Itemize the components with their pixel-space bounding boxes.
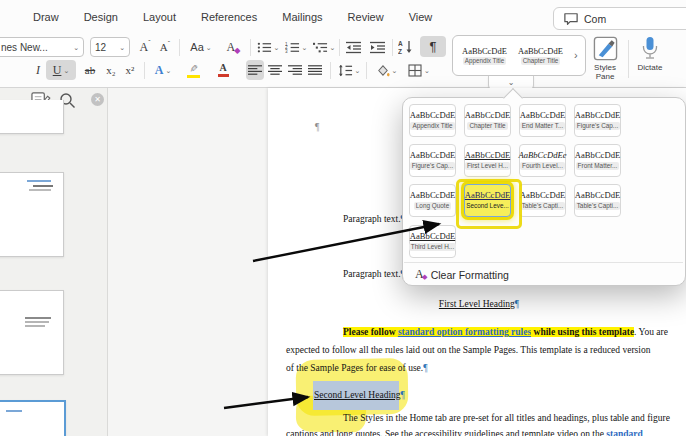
font-color-button[interactable]: A (210, 60, 236, 80)
style-item-end-matter[interactable]: AaBbCcDdEEnd Matter T... (519, 104, 566, 137)
thumbnail-text-line (27, 180, 51, 182)
caret-up-icon: ˆ (148, 39, 150, 46)
tab-design[interactable]: Design (84, 11, 118, 23)
page-thumbnail[interactable] (0, 172, 64, 257)
close-pane-button[interactable]: ✕ (91, 93, 104, 106)
grow-font-button[interactable]: A ˆ (136, 37, 154, 57)
multilevel-list-button[interactable]: ⌄ (312, 37, 336, 57)
tab-review[interactable]: Review (348, 11, 384, 23)
chevron-down-icon: ⌄ (73, 44, 79, 51)
style-item-chapter-title[interactable]: AaBbCcDdEChapter Title (464, 104, 511, 137)
body2-line-2: captions and long quotes. See the access… (286, 428, 643, 436)
svg-text:3: 3 (285, 49, 288, 54)
underline-button[interactable]: U ⌄ (46, 60, 76, 80)
style-item-figures-caption-2[interactable]: AaBbCcDdEFigure's Cap... (409, 144, 456, 177)
divider (330, 62, 331, 79)
decrease-indent-icon (346, 41, 362, 54)
line-spacing-icon (338, 64, 353, 77)
divider (392, 39, 393, 56)
style-item-first-level-heading[interactable]: AaBbCcDdEFirst Level H... (464, 144, 511, 177)
body-sentence-line-2: expected to follow all the rules laid ou… (286, 344, 650, 356)
divider (250, 39, 251, 56)
align-center-button[interactable] (266, 60, 284, 80)
formatting-rules-link[interactable]: standard option formatting rules (398, 327, 531, 337)
page-thumbnail-selected[interactable] (0, 400, 66, 436)
standard-link[interactable]: standard (606, 429, 642, 436)
style-item-second-level-heading[interactable]: AaBbCcDdESecond Leve... (464, 184, 511, 217)
numbered-list-icon: 123 (285, 41, 300, 54)
style-label: Chapter Title (521, 57, 561, 65)
pilcrow-glyph: ¶ (430, 39, 437, 54)
style-item-tables-caption[interactable]: AaBbCcDdETable's Capti... (519, 184, 566, 217)
style-card-chapter-title[interactable]: AaBbCcDdE Chapter Title (515, 40, 566, 72)
page-thumbnail[interactable] (0, 100, 64, 134)
text-effects-button[interactable]: A ⌄ (150, 60, 176, 80)
eraser-icon: ◆ (234, 46, 240, 55)
gallery-scroll-icon[interactable]: › (574, 49, 578, 61)
pilcrow-mark: ¶ (401, 390, 405, 400)
style-item-fourth-level-heading[interactable]: AaBbCcDdEeFourth Level... (519, 144, 566, 177)
align-justify-button[interactable] (306, 60, 324, 80)
chevron-down-icon: ⌄ (424, 67, 430, 74)
tab-references[interactable]: References (201, 11, 257, 23)
increase-indent-button[interactable] (368, 37, 388, 57)
superscript-glyph: x² (126, 64, 135, 76)
chevron-down-icon: ⌄ (508, 79, 515, 87)
thumbnail-text-line (25, 325, 45, 327)
document-canvas-gutter (108, 88, 268, 436)
thumbnail-text-line (29, 189, 51, 191)
line-spacing-button[interactable]: ⌄ (336, 60, 362, 80)
tab-view[interactable]: View (409, 11, 433, 23)
dictate-button[interactable]: Dictate (632, 36, 668, 82)
page-thumbnail[interactable] (0, 290, 64, 375)
first-level-heading: First Level Heading¶ (286, 298, 672, 310)
grow-font-glyph: A (139, 40, 148, 55)
subscript-button[interactable]: x₂ (103, 60, 119, 80)
style-item-front-matter[interactable]: AaBbCcDdEFront Matter... (574, 144, 621, 177)
show-formatting-marks-toggle[interactable]: ¶ (420, 36, 446, 57)
clear-formatting-button[interactable]: A ◆ (224, 37, 244, 57)
style-sample: AaBbCcDdE (518, 47, 563, 56)
microphone-icon (640, 36, 660, 62)
chevron-down-icon: ⌄ (63, 67, 69, 74)
style-item-figures-caption[interactable]: AaBbCcDdEFigure's Cap... (574, 104, 621, 137)
divider (339, 39, 340, 56)
word-window: Draw Design Layout References Mailings R… (0, 0, 686, 436)
style-item-appendix-title[interactable]: AaBbCcDdEAppendix Title (409, 104, 456, 137)
tab-draw[interactable]: Draw (33, 11, 59, 23)
clear-formatting-menu-item[interactable]: A◆ Clear Formatting (415, 266, 675, 283)
shading-button[interactable]: ⌄ (372, 60, 400, 80)
font-name-select[interactable]: nes New... ⌄ (0, 37, 84, 57)
sort-button[interactable]: AZ (396, 37, 416, 57)
text-effects-glyph: A (155, 63, 164, 78)
styles-pane-button[interactable]: Styles Pane (588, 36, 622, 82)
bullet-list-button[interactable]: ⌄ (256, 37, 280, 57)
numbered-list-button[interactable]: 123 ⌄ (284, 37, 308, 57)
change-case-button[interactable]: Aa ⌄ (186, 37, 216, 57)
tab-layout[interactable]: Layout (143, 11, 176, 23)
font-size-select[interactable]: 12 ⌄ (90, 37, 130, 57)
styles-pane-icon (593, 36, 618, 61)
empty-paragraph-mark: ¶ (315, 121, 319, 133)
comments-button[interactable]: Com (553, 7, 686, 30)
align-right-button[interactable] (286, 60, 304, 80)
superscript-button[interactable]: x² (122, 60, 138, 80)
align-left-button[interactable] (246, 60, 264, 80)
highlight-color-bar (187, 75, 200, 78)
styles-pane-label: Styles (594, 63, 616, 72)
style-item-third-level-heading[interactable]: AaBbCcDdEThird Level H... (409, 225, 456, 258)
chevron-down-icon: ⌄ (206, 44, 212, 51)
style-item-long-quote[interactable]: AaBbCcDdELong Quote (409, 184, 456, 217)
ribbon-tabs: Draw Design Layout References Mailings R… (33, 11, 432, 23)
style-item-tables-caption-2[interactable]: AaBbCcDdETable's Capti... (574, 184, 621, 217)
strikethrough-button[interactable]: ab (80, 60, 100, 80)
chevron-down-icon: ⌄ (392, 67, 398, 74)
decrease-indent-button[interactable] (344, 37, 364, 57)
borders-button[interactable]: ⌄ (404, 60, 434, 80)
shrink-font-button[interactable]: A ˇ (156, 37, 174, 57)
text-highlight-button[interactable]: ✎ (180, 60, 206, 80)
thumbnail-text-line (25, 321, 49, 323)
tab-mailings[interactable]: Mailings (282, 11, 322, 23)
style-card-appendix-title[interactable]: AaBbCcDdE Appendix Title (459, 40, 510, 72)
italic-button[interactable]: I (32, 60, 44, 80)
